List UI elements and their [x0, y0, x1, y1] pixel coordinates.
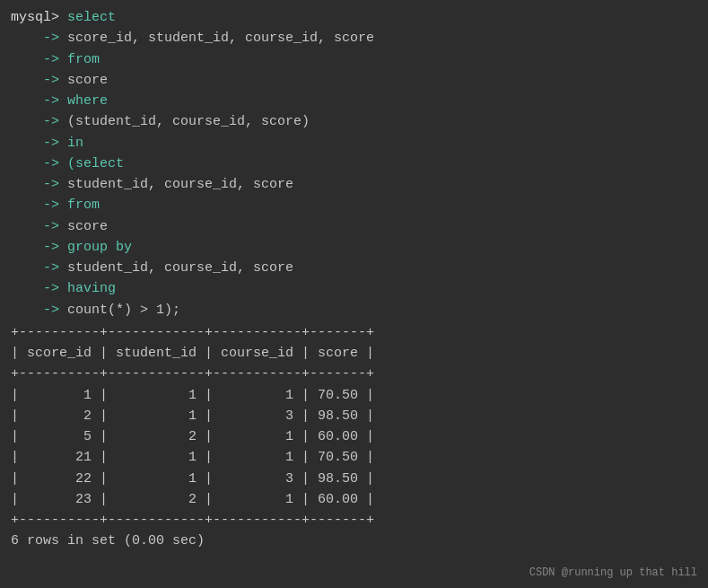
sql-line-2: -> score_id, student_id, course_id, scor…: [11, 28, 697, 48]
sql-line-8: -> (select: [11, 154, 697, 174]
table-row-1: | 1 | 1 | 1 | 70.50 |: [11, 385, 697, 406]
mysql-prompt: mysql>: [11, 7, 67, 28]
result-table: +----------+------------+-----------+---…: [11, 322, 697, 531]
arrow-prompt-10: ->: [11, 195, 67, 215]
keyword-select: select: [67, 7, 116, 28]
separator-header: +----------+------------+-----------+---…: [11, 364, 697, 384]
table-row-4: | 21 | 1 | 1 | 70.50 |: [11, 447, 697, 468]
table-score-1: score: [67, 70, 108, 91]
sql-line-13: -> student_id, course_id, score: [11, 258, 697, 278]
sql-line-11: -> score: [11, 216, 697, 237]
separator-top: +----------+------------+-----------+---…: [11, 322, 697, 343]
sql-line-6: -> (student_id, course_id, score): [11, 111, 697, 132]
table-row-5: | 22 | 1 | 3 | 98.50 |: [11, 469, 697, 489]
table-row-6: | 23 | 2 | 1 | 60.00 |: [11, 489, 697, 510]
terminal: mysql> select -> score_id, student_id, c…: [11, 7, 697, 581]
sql-line-7: -> in: [11, 133, 697, 154]
where-cols: (student_id, course_id, score): [67, 111, 310, 132]
keyword-in: in: [67, 133, 83, 154]
col-list-1: score_id, student_id, course_id, score: [67, 28, 374, 48]
keyword-from-1: from: [67, 49, 100, 70]
keyword-having: having: [67, 278, 116, 299]
sql-line-10: -> from: [11, 195, 697, 215]
sql-line-15: -> count(*) > 1);: [11, 300, 697, 320]
keyword-subselect: (select: [67, 154, 124, 174]
arrow-prompt-13: ->: [11, 258, 67, 278]
groupby-cols: student_id, course_id, score: [67, 258, 293, 278]
arrow-prompt-8: ->: [11, 154, 67, 174]
table-row-2: | 2 | 1 | 3 | 98.50 |: [11, 406, 697, 426]
sql-line-12: -> group by: [11, 237, 697, 258]
rows-count: 6 rows in set (0.00 sec): [11, 531, 205, 551]
keyword-from-2: from: [67, 195, 100, 215]
col-list-2: student_id, course_id, score: [67, 174, 293, 195]
arrow-prompt-14: ->: [11, 278, 67, 299]
arrow-prompt-4: ->: [11, 70, 67, 91]
sql-line-1: mysql> select: [11, 7, 697, 28]
result-summary: 6 rows in set (0.00 sec): [11, 531, 697, 551]
csdn-watermark: CSDN @running up that hill: [529, 566, 697, 579]
arrow-prompt-3: ->: [11, 49, 67, 70]
table-row-3: | 5 | 2 | 1 | 60.00 |: [11, 426, 697, 447]
arrow-prompt-5: ->: [11, 91, 67, 111]
arrow-prompt-9: ->: [11, 174, 67, 195]
table-score-2: score: [67, 216, 108, 237]
arrow-prompt-7: ->: [11, 133, 67, 154]
sql-line-3: -> from: [11, 49, 697, 70]
keyword-groupby: group by: [67, 237, 132, 258]
sql-line-14: -> having: [11, 278, 697, 299]
sql-line-4: -> score: [11, 70, 697, 91]
keyword-where: where: [67, 91, 108, 111]
separator-bottom: +----------+------------+-----------+---…: [11, 510, 697, 531]
arrow-prompt-12: ->: [11, 237, 67, 258]
arrow-prompt-11: ->: [11, 216, 67, 237]
arrow-prompt-6: ->: [11, 111, 67, 132]
arrow-prompt-15: ->: [11, 300, 67, 320]
arrow-prompt-2: ->: [11, 28, 67, 48]
having-condition: count(*) > 1);: [67, 300, 180, 320]
sql-line-5: -> where: [11, 91, 697, 111]
table-header: | score_id | student_id | course_id | sc…: [11, 343, 697, 364]
sql-line-9: -> student_id, course_id, score: [11, 174, 697, 195]
